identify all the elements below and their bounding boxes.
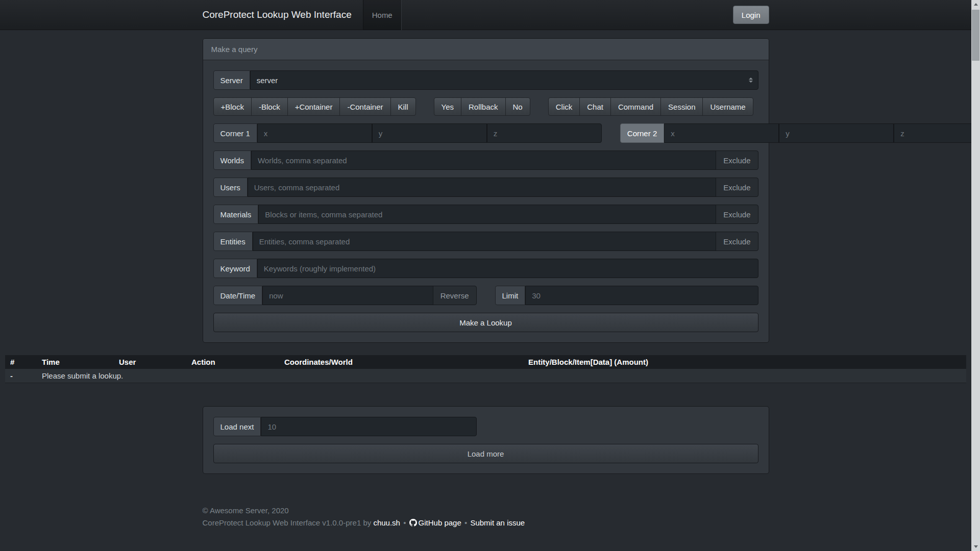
nav-home[interactable]: Home bbox=[363, 0, 402, 30]
worlds-exclude-button[interactable]: Exclude bbox=[716, 151, 758, 170]
users-exclude-button[interactable]: Exclude bbox=[716, 178, 758, 197]
footer-github-label: GitHub page bbox=[419, 518, 461, 527]
footer-separator: • bbox=[403, 518, 406, 527]
toggle-block-add[interactable]: +Block bbox=[213, 97, 252, 116]
rollback-mode-group: Yes Rollback No bbox=[434, 97, 530, 116]
toggle-username[interactable]: Username bbox=[702, 97, 753, 116]
limit-label: Limit bbox=[495, 286, 526, 305]
col-action: Action bbox=[186, 355, 279, 369]
corner2-label[interactable]: Corner 2 bbox=[620, 123, 664, 143]
worlds-label: Worlds bbox=[213, 151, 251, 170]
load-next-input[interactable] bbox=[261, 417, 476, 436]
server-select[interactable]: server bbox=[250, 70, 758, 90]
results-header-row: # Time User Action Coordinates/World Ent… bbox=[5, 355, 966, 369]
footer-link-chuush[interactable]: chuu.sh bbox=[373, 518, 400, 527]
scroll-up-button[interactable] bbox=[971, 0, 980, 9]
make-lookup-button[interactable]: Make a Lookup bbox=[213, 313, 758, 332]
corner2-x-input[interactable] bbox=[664, 123, 779, 143]
entities-row: Entities Exclude bbox=[213, 232, 758, 251]
load-next-group: Load next bbox=[213, 417, 477, 436]
query-card-body: Server server +Block -Block +Container -… bbox=[203, 60, 769, 342]
keyword-row: Keyword bbox=[213, 259, 758, 278]
entities-input[interactable] bbox=[253, 232, 716, 251]
block-filter-group: +Block -Block +Container -Container Kill bbox=[213, 97, 416, 116]
worlds-input[interactable] bbox=[251, 151, 716, 170]
entities-exclude-button[interactable]: Exclude bbox=[716, 232, 758, 251]
footer-credit: CoreProtect Lookup Web Interface v1.0.0-… bbox=[203, 517, 769, 529]
materials-row: Materials Exclude bbox=[213, 205, 758, 224]
users-input[interactable] bbox=[248, 178, 716, 197]
navbar-inner: CoreProtect Lookup Web Interface Home Lo… bbox=[195, 0, 777, 30]
footer-link-issue[interactable]: Submit an issue bbox=[470, 518, 525, 527]
worlds-row: Worlds Exclude bbox=[213, 151, 758, 170]
corner1-x-input[interactable] bbox=[257, 123, 372, 143]
toggle-rollback[interactable]: Rollback bbox=[461, 97, 506, 116]
corner1-z-input[interactable] bbox=[487, 123, 602, 143]
limit-group: Limit bbox=[495, 286, 758, 305]
query-card-title: Make a query bbox=[203, 39, 769, 60]
materials-exclude-button[interactable]: Exclude bbox=[716, 205, 758, 224]
users-row: Users Exclude bbox=[213, 178, 758, 197]
row-message-cell: Please submit a lookup. bbox=[37, 369, 966, 383]
corner2-group: Corner 2 bbox=[620, 123, 980, 143]
login-button[interactable]: Login bbox=[733, 6, 769, 24]
corner1-y-input[interactable] bbox=[372, 123, 487, 143]
limit-input[interactable] bbox=[525, 286, 758, 305]
action-type-group: Click Chat Command Session Username bbox=[548, 97, 753, 116]
datetime-limit-row: Date/Time Reverse Limit bbox=[213, 286, 758, 305]
corner2-y-input[interactable] bbox=[779, 123, 894, 143]
scroll-thumb[interactable] bbox=[972, 10, 979, 61]
datetime-input[interactable] bbox=[262, 286, 433, 305]
toggle-command[interactable]: Command bbox=[610, 97, 661, 116]
corner2-z-input[interactable] bbox=[894, 123, 980, 143]
datetime-group: Date/Time Reverse bbox=[213, 286, 477, 305]
toggle-yes[interactable]: Yes bbox=[434, 97, 461, 116]
corners-row: Corner 1 Corner 2 bbox=[213, 123, 758, 143]
load-next-label: Load next bbox=[213, 417, 261, 436]
toggle-chat[interactable]: Chat bbox=[579, 97, 611, 116]
main-container: Make a query Server server +Block -Block… bbox=[195, 38, 777, 343]
footer-credit-text: CoreProtect Lookup Web Interface v1.0.0-… bbox=[203, 518, 372, 527]
users-label: Users bbox=[213, 178, 248, 197]
app-title: CoreProtect Lookup Web Interface bbox=[203, 9, 352, 20]
entities-label: Entities bbox=[213, 232, 253, 251]
toggle-container-remove[interactable]: -Container bbox=[339, 97, 390, 116]
toggle-no[interactable]: No bbox=[505, 97, 530, 116]
select-caret-icon bbox=[749, 78, 753, 83]
toggle-session[interactable]: Session bbox=[660, 97, 703, 116]
load-card-body: Load next Load more bbox=[203, 407, 769, 473]
server-label: Server bbox=[213, 70, 250, 90]
load-more-button[interactable]: Load more bbox=[213, 444, 758, 463]
placeholder-row: - Please submit a lookup. bbox=[5, 369, 966, 383]
corner1-label: Corner 1 bbox=[213, 123, 257, 143]
toggle-kill[interactable]: Kill bbox=[390, 97, 416, 116]
keyword-label: Keyword bbox=[213, 259, 257, 278]
keyword-input[interactable] bbox=[257, 259, 758, 278]
scroll-down-button[interactable] bbox=[971, 542, 980, 551]
toggle-container-add[interactable]: +Container bbox=[287, 97, 340, 116]
row-index-cell: - bbox=[5, 369, 37, 383]
materials-label: Materials bbox=[213, 205, 259, 224]
footer-link-github[interactable]: GitHub page bbox=[409, 518, 461, 527]
reverse-button[interactable]: Reverse bbox=[433, 286, 477, 305]
col-coordinates: Coordinates/World bbox=[279, 355, 523, 369]
load-next-spacer bbox=[495, 417, 758, 436]
materials-input[interactable] bbox=[258, 205, 716, 224]
navbar: CoreProtect Lookup Web Interface Home Lo… bbox=[0, 0, 971, 30]
col-index: # bbox=[5, 355, 37, 369]
server-input-group: Server server bbox=[213, 70, 758, 90]
footer-separator2: • bbox=[464, 518, 467, 527]
col-entity: Entity/Block/Item[Data] (Amount) bbox=[523, 355, 966, 369]
toggle-buttons-row: +Block -Block +Container -Container Kill… bbox=[213, 97, 758, 116]
col-user: User bbox=[114, 355, 186, 369]
query-card: Make a query Server server +Block -Block… bbox=[203, 38, 769, 343]
load-next-row: Load next bbox=[213, 417, 758, 436]
footer-copyright: © Awesome Server, 2020 bbox=[203, 505, 769, 517]
results-table: # Time User Action Coordinates/World Ent… bbox=[5, 355, 966, 383]
col-time: Time bbox=[37, 355, 114, 369]
load-container: Load next Load more © Awesome Server, 20… bbox=[195, 406, 777, 529]
scrollbar[interactable] bbox=[971, 0, 980, 551]
datetime-label: Date/Time bbox=[213, 286, 263, 305]
toggle-block-remove[interactable]: -Block bbox=[251, 97, 288, 116]
toggle-click[interactable]: Click bbox=[548, 97, 580, 116]
